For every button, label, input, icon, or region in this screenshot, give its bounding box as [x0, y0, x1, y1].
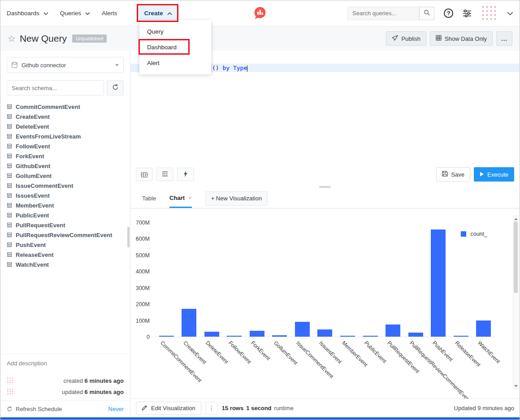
- scrollbar-thumb[interactable]: [514, 221, 518, 293]
- bar[interactable]: [272, 335, 287, 337]
- execute-button[interactable]: Execute: [474, 167, 514, 182]
- bar[interactable]: [250, 331, 264, 337]
- new-visualization-button[interactable]: + New Visualization: [205, 191, 268, 206]
- description-field[interactable]: Add description: [0, 354, 130, 372]
- schema-refresh-button[interactable]: [107, 80, 124, 95]
- autocomplete-toggle-button[interactable]: [177, 168, 194, 181]
- schema-table-row[interactable]: GithubEvent: [0, 161, 130, 171]
- x-tick-label: IssuesEvent: [318, 340, 343, 365]
- create-button-label: Create: [144, 10, 163, 17]
- schema-table-row[interactable]: PublicEvent: [0, 210, 130, 220]
- scroll-down-icon[interactable]: [514, 385, 518, 387]
- edit-visualization-button[interactable]: Edit Visualization: [136, 402, 201, 415]
- bar[interactable]: [340, 336, 355, 337]
- bar[interactable]: [204, 332, 219, 337]
- tab-chart[interactable]: Chart ×: [169, 189, 192, 208]
- refresh-schedule-value[interactable]: Never: [108, 406, 124, 412]
- add-parameter-button[interactable]: {{}}: [136, 168, 153, 181]
- redash-query-page: Dashboards Queries Alerts Create: [0, 0, 520, 420]
- bar[interactable]: [295, 322, 310, 337]
- bar-column: [155, 223, 178, 337]
- refresh-schedule-icon: [7, 406, 13, 412]
- bar[interactable]: [454, 336, 468, 337]
- more-actions-button[interactable]: ...: [496, 31, 512, 46]
- bar[interactable]: [476, 320, 491, 337]
- schema-search-input[interactable]: [7, 80, 104, 95]
- close-icon[interactable]: ×: [188, 195, 192, 201]
- schema-table-name: GithubEvent: [16, 163, 50, 169]
- table-icon: [7, 232, 12, 238]
- format-query-button[interactable]: [156, 168, 173, 181]
- header-actions: Publish Show Data Only ...: [386, 31, 512, 46]
- grid-icon: [436, 35, 442, 42]
- bar[interactable]: [386, 325, 400, 337]
- y-tick-label: 700M: [136, 220, 150, 226]
- schema-table-row[interactable]: PushEvent: [0, 240, 130, 250]
- schema-scrollbar[interactable]: [127, 227, 130, 247]
- datasource-select[interactable]: Github connector: [7, 57, 124, 73]
- schema-table-row[interactable]: DeleteEvent: [0, 121, 130, 131]
- nav-queries-label: Queries: [60, 10, 81, 17]
- show-data-only-button[interactable]: Show Data Only: [430, 31, 493, 46]
- kebab-menu-button[interactable]: ⋮: [206, 402, 217, 415]
- menu-item-query[interactable]: Query: [139, 24, 211, 39]
- schema-table-row[interactable]: MemberEvent: [0, 200, 130, 210]
- bar[interactable]: [408, 333, 423, 337]
- created-text: created 6 minutes ago: [64, 377, 124, 384]
- schema-table-row[interactable]: EventsFromLiveStream: [0, 131, 130, 141]
- play-icon: [480, 171, 484, 178]
- schema-table-row[interactable]: FollowEvent: [0, 141, 130, 151]
- caret-down-icon: [115, 64, 119, 66]
- main-content: () by Type {{}} Save Execute: [130, 51, 520, 417]
- settings-sliders-icon[interactable]: [463, 9, 472, 17]
- publish-button[interactable]: Publish: [386, 31, 426, 46]
- tab-table[interactable]: Table: [142, 189, 156, 208]
- schema-table-row[interactable]: GollumEvent: [0, 171, 130, 181]
- save-button[interactable]: Save: [436, 167, 470, 182]
- vertical-scrollbar[interactable]: [513, 216, 519, 390]
- schema-table-row[interactable]: PullRequestReviewCommentEvent: [0, 230, 130, 240]
- create-button[interactable]: Create: [138, 6, 178, 20]
- code-text: (): [212, 65, 222, 71]
- editor-splitter[interactable]: [130, 185, 520, 189]
- schema-table-row[interactable]: CreateEvent: [0, 112, 130, 121]
- schema-table-row[interactable]: IssueCommentEvent: [0, 181, 130, 191]
- redash-logo[interactable]: [253, 6, 267, 22]
- search-queries-input[interactable]: [347, 7, 419, 20]
- bar[interactable]: [182, 309, 196, 337]
- favorite-star-icon[interactable]: ☆: [8, 33, 16, 44]
- table-icon: [7, 163, 12, 169]
- menu-item-dashboard[interactable]: Dashboard: [139, 39, 211, 55]
- schema-table-row[interactable]: CommitCommentEvent: [0, 102, 130, 112]
- y-tick-label: 100M: [136, 318, 150, 324]
- table-icon: [7, 193, 12, 198]
- help-icon[interactable]: ?: [444, 9, 453, 18]
- bar[interactable]: [227, 336, 242, 337]
- user-avatar[interactable]: [481, 5, 498, 22]
- chevron-down-icon[interactable]: [507, 12, 513, 15]
- menu-item-alert[interactable]: Alert: [139, 55, 211, 71]
- nav-dashboards[interactable]: Dashboards: [7, 10, 48, 17]
- search-button[interactable]: [419, 7, 434, 20]
- bar[interactable]: [317, 329, 332, 337]
- schema-table-name: FollowEvent: [16, 143, 50, 150]
- scroll-up-icon[interactable]: [514, 218, 518, 220]
- table-icon: [7, 242, 12, 247]
- schema-table-row[interactable]: WatchEvent: [0, 260, 130, 269]
- format-icon: [162, 171, 168, 178]
- schema-table-row[interactable]: ForkEvent: [0, 151, 130, 161]
- chart-panel: 0100M200M300M400M500M600M700M CommitComm…: [130, 208, 520, 398]
- schema-table-name: ForkEvent: [16, 153, 44, 160]
- table-icon: [7, 124, 12, 129]
- bottom-edge-strip: [0, 417, 520, 420]
- schema-table-row[interactable]: PullRequestEvent: [0, 220, 130, 230]
- bar[interactable]: [431, 229, 446, 337]
- bar[interactable]: [363, 336, 378, 337]
- nav-alerts[interactable]: Alerts: [102, 10, 117, 17]
- schema-table-row[interactable]: ReleaseEvent: [0, 250, 130, 260]
- x-tick-label: FollowEvent: [227, 340, 252, 365]
- schema-table-row[interactable]: IssuesEvent: [0, 191, 130, 200]
- bar[interactable]: [159, 336, 174, 337]
- chart-legend[interactable]: count_: [461, 231, 487, 237]
- nav-queries[interactable]: Queries: [60, 10, 90, 17]
